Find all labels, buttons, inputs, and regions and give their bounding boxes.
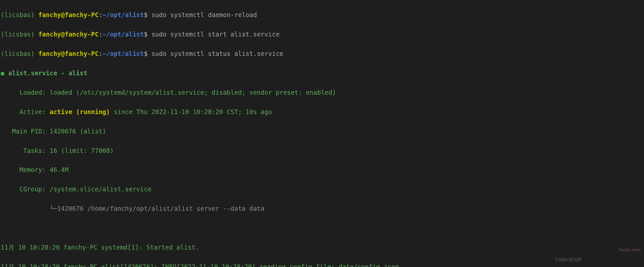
- status-mainpid: Main PID: 1420676 (alist): [1, 127, 643, 136]
- status-cgroup-tree: └─1420676 /home/fanchy/opt/alist/alist s…: [1, 204, 643, 213]
- prompt-path: ~/opt/alist: [102, 11, 144, 18]
- prompt-env: (licsbas): [1, 11, 35, 18]
- status-dot-icon: ●: [1, 69, 4, 77]
- status-tasks: Tasks: 16 (limit: 77008): [1, 146, 643, 156]
- prompt-user: fanchy@fanchy-PC: [38, 11, 98, 18]
- terminal[interactable]: (licsbas) fanchy@fanchy-PC:~/opt/alist$ …: [0, 0, 644, 267]
- status-active: Active: active (running) since Thu 2022-…: [1, 107, 643, 117]
- command-text: sudo systemctl daemon-reload: [152, 11, 257, 18]
- prompt-line-1: (licsbas) fanchy@fanchy-PC:~/opt/alist$ …: [1, 10, 643, 20]
- watermark-csdn: CSDN @沉研: [555, 256, 581, 263]
- status-header: ● alist.service - alist: [1, 68, 643, 78]
- watermark-yuucn: Yuucn.com: [618, 247, 641, 253]
- status-memory: Memory: 46.4M: [1, 165, 643, 175]
- log-line: 11月 10 10:28:20 fanchy-PC systemd[1]: St…: [1, 243, 643, 252]
- command-text: sudo systemctl status alist.service: [152, 50, 283, 57]
- command-text: sudo systemctl start alist.service: [152, 31, 280, 38]
- status-cgroup: CGroup: /system.slice/alist.service: [1, 184, 643, 194]
- prompt-line-3: (licsbas) fanchy@fanchy-PC:~/opt/alist$ …: [1, 49, 643, 59]
- status-loaded: Loaded: loaded (/etc/systemd/system/alis…: [1, 88, 643, 97]
- prompt-line-2: (licsbas) fanchy@fanchy-PC:~/opt/alist$ …: [1, 30, 643, 39]
- blank-line: [1, 223, 643, 233]
- log-line: 11月 10 10:28:20 fanchy-PC alist[1420676]…: [1, 262, 643, 267]
